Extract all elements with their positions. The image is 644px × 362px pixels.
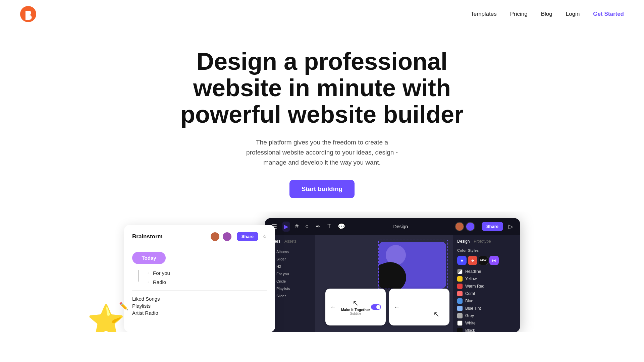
card2-cursor-icon: ↖ xyxy=(353,299,359,307)
color-styles-label: Color Styles xyxy=(457,248,516,252)
avatar-2 xyxy=(222,232,232,242)
nav-blog[interactable]: Blog xyxy=(541,11,552,17)
color-swatch-blue-tint xyxy=(457,306,463,311)
color-swatch-headline xyxy=(457,269,463,274)
bs-branches: For you Radio xyxy=(132,270,170,285)
nav-templates[interactable]: Templates xyxy=(471,11,496,17)
star-icon-button[interactable]: ☆ xyxy=(262,233,267,240)
design-props-panel: Design Prototype Color Styles ★ ⏮ NEW ⏭ … xyxy=(453,235,520,332)
toolbar-avatars xyxy=(455,222,475,231)
bs-item-radio: Radio xyxy=(146,279,170,285)
branch-line xyxy=(138,270,139,282)
card2-text: Make It Together Subtitle xyxy=(341,307,370,315)
color-swatch-yellow xyxy=(457,276,463,282)
small-badges: ★ ⏮ NEW ⏭ xyxy=(457,256,516,265)
bs-playlists: Playlists xyxy=(132,303,267,309)
tab-design[interactable]: Design xyxy=(457,239,470,244)
color-row-yellow: Yellow xyxy=(457,275,516,283)
bs-item-for-you: For you xyxy=(146,270,170,276)
color-row-black: Black xyxy=(457,327,516,332)
brainstorm-title: Brainstorm xyxy=(132,233,163,240)
badge-skip-icon: ⏮ xyxy=(468,256,477,265)
color-name-headline: Headline xyxy=(465,269,481,274)
card3-back-arrow: ← xyxy=(394,303,400,310)
color-name-white: White xyxy=(465,321,476,325)
color-row-blue: Blue xyxy=(457,297,516,305)
brainstorm-content: Today For you Radio Liked Songs Playlist… xyxy=(132,252,267,316)
card2-back-arrow: ← xyxy=(330,303,336,310)
brainstorm-actions: Share ☆ xyxy=(210,232,267,242)
color-name-coral: Coral xyxy=(465,291,475,296)
hero-subtitle: The platform gives you the freedom to cr… xyxy=(238,137,406,168)
comment-icon[interactable]: 💬 xyxy=(336,222,346,232)
card2-toggle[interactable] xyxy=(371,304,381,310)
pencil-icon: ✏️ xyxy=(119,302,128,311)
grid-icon[interactable]: # xyxy=(294,222,300,231)
color-name-black: Black xyxy=(465,328,475,332)
color-name-grey: Grey xyxy=(465,313,474,318)
badge-star-icon: ★ xyxy=(457,256,467,265)
card2-subtitle: Subtitle xyxy=(341,311,370,315)
brainstorm-share-button[interactable]: Share xyxy=(237,232,258,241)
text-icon[interactable]: T xyxy=(326,222,332,231)
nav-get-started[interactable]: Get Started xyxy=(593,11,624,17)
hero-title: Design a professional website in minute … xyxy=(171,48,473,128)
nav-pricing[interactable]: Pricing xyxy=(510,11,528,17)
avatar-1 xyxy=(210,232,220,242)
props-tabs: Design Prototype xyxy=(457,239,516,244)
color-swatch-black xyxy=(457,328,463,332)
badge-new-icon: NEW xyxy=(479,256,488,265)
pen-icon[interactable]: ✒ xyxy=(314,222,322,232)
play-icon[interactable]: ▷ xyxy=(507,222,515,232)
toolbar-avatar-2 xyxy=(466,222,475,231)
start-building-button[interactable]: Start building xyxy=(289,180,355,198)
card3-cursor-icon: ↖ xyxy=(433,310,439,319)
hero-section: Design a professional website in minute … xyxy=(0,28,644,212)
canvas-card-white-2: ← ↖ xyxy=(389,289,449,325)
color-row-white: White xyxy=(457,319,516,327)
card2-title: Make It Together xyxy=(341,307,370,311)
tab-assets[interactable]: Assets xyxy=(284,239,297,244)
today-button[interactable]: Today xyxy=(132,252,166,264)
navbar: Templates Pricing Blog Login Get Started xyxy=(0,0,644,28)
color-swatch-blue xyxy=(457,298,463,304)
nav-login[interactable]: Login xyxy=(566,11,580,17)
tab-prototype[interactable]: Prototype xyxy=(474,239,491,244)
color-swatch-white xyxy=(457,320,463,326)
bs-liked-songs: Liked Songs xyxy=(132,296,267,302)
sticker: ⭐ ✏️ xyxy=(87,305,125,332)
color-swatch-coral xyxy=(457,291,463,296)
bs-artist-radio: Artist Radio xyxy=(132,310,267,316)
toolbar-avatar-1 xyxy=(455,222,464,231)
design-share-button[interactable]: Share xyxy=(482,222,503,231)
canvas-area: ← ↖ Make It Together Subtitle ← ↖ xyxy=(315,235,453,332)
color-name-blue-tint: Blue Tint xyxy=(465,306,481,311)
color-row-blue-tint: Blue Tint xyxy=(457,305,516,312)
color-row-warm-red: Warm Red xyxy=(457,283,516,290)
color-row-grey: Grey xyxy=(457,312,516,319)
design-body: Layers Assets ≡ Albums ◆ Slider H H2 ○ xyxy=(265,235,520,332)
color-name-blue: Blue xyxy=(465,299,473,303)
demo-area: Brainstorm Share ☆ Today For you Radio xyxy=(0,212,644,332)
card2-content: ↖ Make It Together Subtitle xyxy=(341,299,370,315)
color-row-headline: Headline xyxy=(457,268,516,275)
design-label: Design xyxy=(393,224,408,229)
nav-links: Templates Pricing Blog Login Get Started xyxy=(471,11,624,17)
color-swatch-warm-red xyxy=(457,284,463,289)
design-panel: ☰ ▶ # ○ ✒ T 💬 Design Share ▷ Layers Asse xyxy=(265,218,520,332)
cursor-icon[interactable]: ▶ xyxy=(282,222,290,232)
canvas-card-purple xyxy=(379,242,446,289)
canvas-card-white-1: ← ↖ Make It Together Subtitle xyxy=(325,289,386,325)
color-name-warm-red: Warm Red xyxy=(465,284,484,289)
color-name-yellow: Yellow xyxy=(465,277,477,281)
brainstorm-avatars xyxy=(210,232,232,242)
badge-play-icon: ⏭ xyxy=(489,256,499,265)
color-swatch-grey xyxy=(457,313,463,318)
brainstorm-header: Brainstorm Share ☆ xyxy=(132,232,267,242)
brainstorm-panel: Brainstorm Share ☆ Today For you Radio xyxy=(124,225,275,332)
circle-icon[interactable]: ○ xyxy=(304,222,310,231)
color-row-coral: Coral xyxy=(457,290,516,297)
logo[interactable] xyxy=(20,6,36,22)
design-toolbar: ☰ ▶ # ○ ✒ T 💬 Design Share ▷ xyxy=(265,218,520,235)
